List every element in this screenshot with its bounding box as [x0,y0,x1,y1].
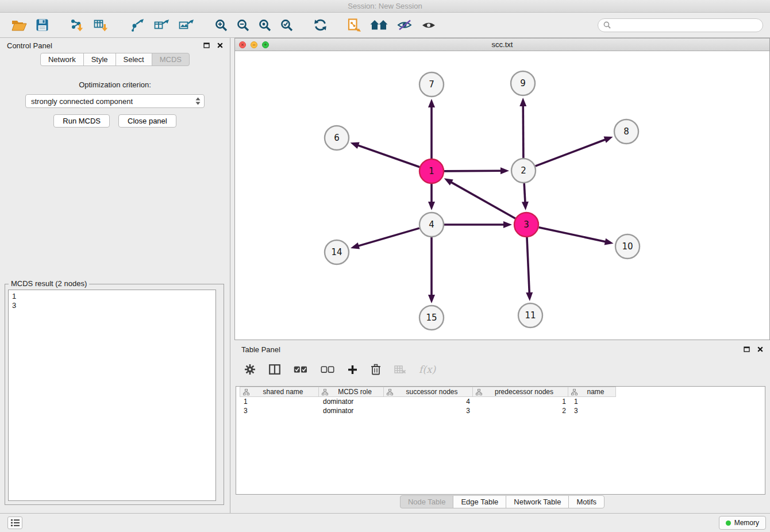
column-type-icon [243,389,249,395]
graph-node-label-14: 14 [331,247,342,257]
close-control-panel-icon[interactable] [217,43,223,48]
tab-style[interactable]: Style [83,53,116,66]
export-network-button[interactable] [128,16,147,35]
zoom-in-icon [215,19,228,32]
table-tab-node-table[interactable]: Node Table [400,495,454,508]
home-icon [370,20,388,31]
import-network-icon [69,18,84,32]
graph-edge-arrow-4-3 [503,221,512,228]
graph-edge-3-1[interactable] [451,182,515,219]
graph-edge-1-6[interactable] [357,145,419,167]
zoom-out-button[interactable] [234,16,252,35]
export-image-button[interactable] [176,16,197,35]
graph-edge-3-10[interactable] [539,228,606,242]
zoom-selected-icon [280,19,293,32]
deselect-all-button[interactable] [321,366,334,373]
close-panel-button[interactable]: Close panel [118,114,176,128]
clone-network-button[interactable] [345,16,363,35]
graph-edge-4-14[interactable] [357,228,419,246]
graph-edge-3-11[interactable] [527,237,529,294]
import-table-button[interactable] [91,16,111,35]
export-table-button[interactable] [152,16,172,35]
table-row[interactable]: 1dominator411 [236,397,765,406]
network-canvas[interactable]: 7968124314101511 [235,51,769,340]
table-tab-edge-table[interactable]: Edge Table [453,495,506,508]
graph-node-label-4: 4 [429,219,434,230]
graph-edge-2-3[interactable] [524,183,525,203]
graph-edge-arrow-2-9 [519,98,526,106]
graph-node-label-2: 2 [521,165,526,176]
table-row[interactable]: 3dominator323 [236,406,765,415]
column-header-shared-name[interactable]: shared name [240,387,319,397]
apply-style-button[interactable] [395,16,414,35]
delete-row-button[interactable] [371,364,381,375]
clone-network-icon [348,18,361,32]
table-cell[interactable]: dominator [319,397,384,406]
import-network-button[interactable] [67,16,87,35]
criterion-value: strongly connected component [31,97,195,106]
table-cell[interactable]: dominator [319,406,384,415]
show-columns-button[interactable] [269,364,280,375]
column-header-MCDS-role[interactable]: MCDS role [318,387,384,397]
trash-icon [371,364,381,375]
import-table-icon [94,18,109,32]
graph-edge-arrow-2-3 [522,202,529,210]
table-cell[interactable]: 2 [474,406,570,415]
table-tab-network-table[interactable]: Network Table [506,495,569,508]
refresh-layout-icon [314,18,327,32]
minimize-window-icon[interactable]: − [251,41,257,48]
home-button[interactable] [368,16,390,35]
column-header-successor-nodes[interactable]: successor nodes [383,387,473,397]
tab-network[interactable]: Network [40,53,84,66]
tab-mcds[interactable]: MCDS [152,53,190,66]
network-window-title: scc.txt [492,40,513,49]
network-window-titlebar[interactable]: × − + scc.txt [235,38,769,51]
table-cell[interactable]: 3 [570,406,618,415]
table-tab-motifs[interactable]: Motifs [568,495,605,508]
refresh-layout-button[interactable] [311,16,329,35]
close-window-icon[interactable]: × [239,41,246,48]
add-row-button[interactable] [348,365,357,375]
zoom-in-button[interactable] [213,16,230,35]
zoom-out-icon [237,19,249,32]
graph-edge-1-2[interactable] [444,171,502,171]
save-session-button[interactable] [34,16,51,35]
delete-table-button[interactable] [394,365,406,374]
search-input[interactable] [614,21,757,29]
column-header-name[interactable]: name [568,387,616,397]
table-cell[interactable]: 1 [474,397,570,406]
show-graphics-button[interactable] [419,16,438,35]
graph-node-label-3: 3 [523,219,529,230]
tab-select[interactable]: Select [116,53,152,66]
run-mcds-button[interactable]: Run MCDS [53,114,110,128]
export-network-icon [130,18,145,32]
delete-table-icon [394,365,406,374]
float-control-panel-icon[interactable] [203,43,210,48]
function-builder-icon: f(x) [419,364,436,375]
function-builder-button[interactable]: f(x) [419,364,436,375]
graph-edge-2-9[interactable] [523,105,523,158]
close-table-panel-icon[interactable] [757,346,763,352]
float-table-panel-icon[interactable] [744,346,750,352]
table-cell[interactable]: 3 [240,406,319,415]
table-cell[interactable]: 1 [240,397,319,406]
criterion-dropdown[interactable]: strongly connected component [25,94,205,108]
table-cell[interactable]: 4 [384,397,474,406]
table-settings-button[interactable] [244,364,256,375]
column-header-predecessor-nodes[interactable]: predecessor nodes [472,387,568,397]
panel-list-button[interactable] [7,516,22,529]
graph-edge-2-8[interactable] [536,139,606,166]
table-cell[interactable]: 3 [384,406,474,415]
open-file-button[interactable] [9,16,29,35]
graph-edge-arrow-4-14 [351,242,360,249]
zoom-selected-button[interactable] [278,16,295,35]
table-cell[interactable]: 1 [570,397,618,406]
search-box[interactable] [598,18,763,32]
graph-edge-arrow-4-15 [428,295,435,303]
export-table-icon [154,18,170,32]
memory-button[interactable]: Memory [719,516,766,530]
select-all-button[interactable] [294,366,307,373]
mcds-result-text[interactable]: 13 [8,290,216,501]
zoom-fit-button[interactable] [256,16,274,35]
zoom-window-icon[interactable]: + [262,41,269,48]
